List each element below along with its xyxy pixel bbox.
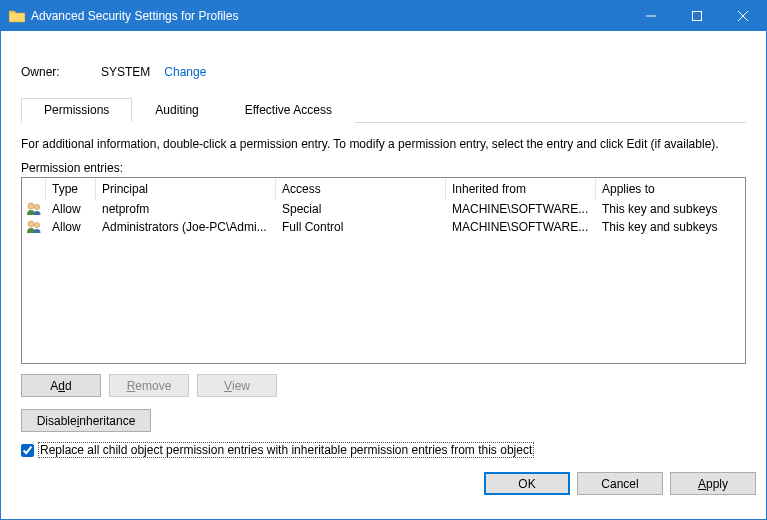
remove-button[interactable]: Remove: [109, 374, 189, 397]
change-owner-link[interactable]: Change: [164, 65, 206, 79]
permission-grid[interactable]: Type Principal Access Inherited from App…: [21, 177, 746, 364]
ok-button[interactable]: OK: [484, 472, 570, 495]
dialog-footer: OK Cancel Apply: [1, 472, 766, 505]
owner-value: SYSTEM: [101, 65, 150, 79]
users-icon: [22, 220, 46, 234]
folder-icon: [9, 9, 25, 23]
disable-inheritance-button[interactable]: Disable inheritance: [21, 409, 151, 432]
maximize-button[interactable]: [674, 1, 720, 31]
table-row[interactable]: Allow netprofm Special MACHINE\SOFTWARE.…: [22, 200, 745, 218]
replace-checkbox[interactable]: [21, 444, 34, 457]
window-controls: [628, 1, 766, 31]
view-button[interactable]: View: [197, 374, 277, 397]
cell-access: Special: [276, 202, 446, 216]
info-text: For additional information, double-click…: [21, 137, 746, 151]
tab-permissions[interactable]: Permissions: [21, 98, 132, 123]
titlebar: Advanced Security Settings for Profiles: [1, 1, 766, 31]
replace-checkbox-row: Replace all child object permission entr…: [21, 442, 746, 458]
col-inherited[interactable]: Inherited from: [446, 178, 596, 200]
cell-principal: Administrators (Joe-PC\Admi...: [96, 220, 276, 234]
cell-inherited: MACHINE\SOFTWARE...: [446, 220, 596, 234]
tab-effective-access[interactable]: Effective Access: [222, 98, 355, 123]
svg-point-5: [34, 204, 39, 209]
col-applies[interactable]: Applies to: [596, 178, 745, 200]
svg-point-4: [28, 203, 34, 209]
cell-inherited: MACHINE\SOFTWARE...: [446, 202, 596, 216]
cell-access: Full Control: [276, 220, 446, 234]
grid-header: Type Principal Access Inherited from App…: [22, 178, 745, 200]
col-principal[interactable]: Principal: [96, 178, 276, 200]
owner-row: Owner: SYSTEM Change: [21, 65, 746, 79]
window-title: Advanced Security Settings for Profiles: [31, 9, 628, 23]
cancel-button[interactable]: Cancel: [577, 472, 663, 495]
svg-point-6: [28, 221, 34, 227]
cell-principal: netprofm: [96, 202, 276, 216]
entry-buttons: Add Remove View: [21, 374, 746, 397]
col-access[interactable]: Access: [276, 178, 446, 200]
col-type[interactable]: Type: [46, 178, 96, 200]
cell-type: Allow: [46, 220, 96, 234]
col-icon[interactable]: [22, 178, 46, 200]
tab-auditing[interactable]: Auditing: [132, 98, 221, 123]
svg-rect-1: [693, 12, 702, 21]
cell-applies: This key and subkeys: [596, 220, 745, 234]
users-icon: [22, 202, 46, 216]
close-button[interactable]: [720, 1, 766, 31]
tab-strip: Permissions Auditing Effective Access: [21, 97, 746, 123]
table-row[interactable]: Allow Administrators (Joe-PC\Admi... Ful…: [22, 218, 745, 236]
minimize-button[interactable]: [628, 1, 674, 31]
add-button[interactable]: Add: [21, 374, 101, 397]
entries-label: Permission entries:: [21, 161, 746, 175]
owner-label: Owner:: [21, 65, 101, 79]
cell-type: Allow: [46, 202, 96, 216]
cell-applies: This key and subkeys: [596, 202, 745, 216]
svg-point-7: [34, 222, 39, 227]
apply-button[interactable]: Apply: [670, 472, 756, 495]
replace-checkbox-label[interactable]: Replace all child object permission entr…: [38, 442, 534, 458]
